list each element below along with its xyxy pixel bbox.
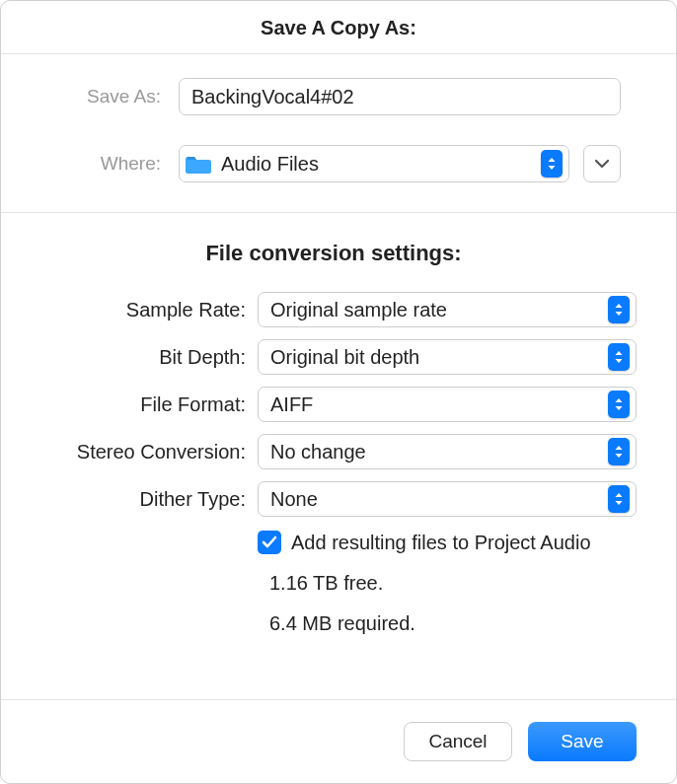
conversion-settings-title: File conversion settings: <box>31 241 637 266</box>
where-label: Where: <box>31 153 179 175</box>
titlebar: Save A Copy As: <box>1 1 676 54</box>
file-format-select[interactable]: AIFF <box>258 387 637 422</box>
file-format-value: AIFF <box>270 393 608 416</box>
save-as-row: Save As: <box>31 78 621 115</box>
where-value: Audio Files <box>221 153 541 176</box>
stereo-conversion-value: No change <box>270 441 608 463</box>
chevron-down-icon <box>594 159 610 169</box>
save-button[interactable]: Save <box>528 722 637 761</box>
required-space-text: 6.4 MB required. <box>31 612 637 635</box>
save-as-label: Save As: <box>31 86 179 107</box>
where-row: Where: Audio Files <box>31 145 621 182</box>
stepper-icon <box>608 343 630 371</box>
check-icon <box>262 535 277 549</box>
file-format-label: File Format: <box>31 393 258 416</box>
expand-location-button[interactable] <box>583 145 621 182</box>
dither-type-value: None <box>270 488 608 511</box>
add-to-project-label: Add resulting files to Project Audio <box>291 532 591 554</box>
file-format-row: File Format: AIFF <box>31 387 637 422</box>
sample-rate-value: Original sample rate <box>270 299 608 321</box>
free-space-text: 1.16 TB free. <box>31 572 637 595</box>
folder-icon <box>186 153 211 175</box>
where-stepper-icon <box>541 150 563 178</box>
dither-type-label: Dither Type: <box>31 488 258 511</box>
bit-depth-value: Original bit depth <box>270 346 608 369</box>
bit-depth-label: Bit Depth: <box>31 346 258 369</box>
stereo-conversion-select[interactable]: No change <box>258 434 637 469</box>
cancel-button[interactable]: Cancel <box>404 722 512 761</box>
stereo-conversion-row: Stereo Conversion: No change <box>31 434 637 469</box>
add-to-project-row: Add resulting files to Project Audio <box>31 531 637 554</box>
stereo-conversion-label: Stereo Conversion: <box>31 441 258 463</box>
stepper-icon <box>608 438 630 465</box>
dither-type-select[interactable]: None <box>258 481 637 517</box>
sample-rate-label: Sample Rate: <box>31 299 258 321</box>
save-location-section: Save As: Where: Audio Files <box>1 54 676 213</box>
dialog-footer: Cancel Save <box>1 699 676 783</box>
bit-depth-row: Bit Depth: Original bit depth <box>31 339 637 375</box>
stepper-icon <box>608 296 630 323</box>
bit-depth-select[interactable]: Original bit depth <box>258 339 637 375</box>
add-to-project-checkbox[interactable] <box>258 531 281 554</box>
sample-rate-select[interactable]: Original sample rate <box>258 292 637 327</box>
dither-type-row: Dither Type: None <box>31 481 637 517</box>
stepper-icon <box>608 485 630 513</box>
conversion-settings-section: File conversion settings: Sample Rate: O… <box>1 213 676 699</box>
save-as-input[interactable] <box>179 78 621 115</box>
where-select[interactable]: Audio Files <box>179 145 569 182</box>
dialog-title: Save A Copy As: <box>1 17 676 39</box>
sample-rate-row: Sample Rate: Original sample rate <box>31 292 637 327</box>
stepper-icon <box>608 391 630 418</box>
